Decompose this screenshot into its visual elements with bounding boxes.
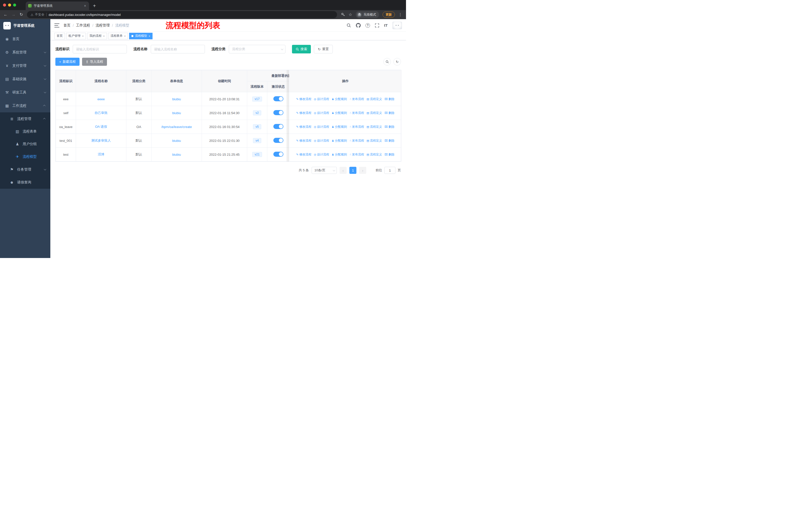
minimize-window-button[interactable] xyxy=(8,3,11,6)
publish-process-link[interactable]: ☝发布流程 xyxy=(349,111,364,115)
toggle-search-button[interactable] xyxy=(383,58,391,65)
edit-process-link[interactable]: ✎修改流程 xyxy=(296,153,311,157)
edit-process-link[interactable]: ✎修改流程 xyxy=(296,125,311,129)
process-name-link[interactable]: 滔博 xyxy=(98,153,105,156)
tag-my-process[interactable]: 我的流程 × xyxy=(87,33,107,39)
version-badge[interactable]: v5 xyxy=(253,124,261,129)
close-icon[interactable]: × xyxy=(148,34,150,37)
tag-process-form[interactable]: 流程表单 × xyxy=(108,33,128,39)
sidebar-item-task-management[interactable]: ⚑ 任务管理 xyxy=(0,163,50,176)
goto-page-input[interactable] xyxy=(384,167,396,174)
process-id-input[interactable] xyxy=(73,45,127,53)
tag-tenant-management[interactable]: 租户管理 × xyxy=(66,33,86,39)
active-toggle[interactable] xyxy=(273,110,283,115)
edit-process-link[interactable]: ✎修改流程 xyxy=(296,139,311,143)
tag-process-model[interactable]: 流程模型 × xyxy=(129,33,152,39)
sidebar-item-home[interactable]: ◉ 首页 xyxy=(0,32,50,46)
process-definition-link[interactable]: ▤流程定义 xyxy=(367,153,382,157)
breadcrumb-home[interactable]: 首页 xyxy=(63,23,70,28)
sidebar-item-infrastructure[interactable]: ▤ 基础设施 xyxy=(0,72,50,86)
publish-process-link[interactable]: ☝发布流程 xyxy=(349,97,364,101)
github-icon[interactable] xyxy=(356,23,361,28)
form-info-link[interactable]: biubiu xyxy=(172,153,181,157)
process-definition-link[interactable]: ▤流程定义 xyxy=(367,125,382,129)
page-size-select[interactable]: 10条/页 xyxy=(312,167,337,174)
import-process-button[interactable]: ↥ 导入流程 xyxy=(82,58,107,66)
next-page-button[interactable]: › xyxy=(359,167,366,174)
active-toggle[interactable] xyxy=(273,96,283,101)
design-process-link[interactable]: ◎设计流程 xyxy=(314,125,329,129)
design-process-link[interactable]: ◎设计流程 xyxy=(314,153,329,157)
close-icon[interactable]: × xyxy=(82,34,84,37)
sidebar-item-payment[interactable]: ¥ 支付管理 xyxy=(0,59,50,72)
delete-link[interactable]: ⌧删除 xyxy=(385,153,395,157)
process-name-link[interactable]: OA 请假 xyxy=(95,125,107,129)
delete-link[interactable]: ⌧删除 xyxy=(385,111,395,115)
close-icon[interactable]: × xyxy=(124,34,125,37)
process-name-link[interactable]: eeee xyxy=(97,97,105,101)
assign-rule-link[interactable]: ♟分配规则 xyxy=(332,125,347,129)
assign-rule-link[interactable]: ♟分配规则 xyxy=(332,153,347,157)
delete-link[interactable]: ⌧删除 xyxy=(385,125,395,129)
version-badge[interactable]: v2 xyxy=(253,110,261,115)
form-info-link[interactable]: biubiu xyxy=(172,97,181,101)
reset-button[interactable]: ↻ 重置 xyxy=(314,45,333,53)
process-category-select[interactable]: 流程分类 xyxy=(229,45,285,53)
assign-rule-link[interactable]: ♟分配规则 xyxy=(332,111,347,115)
update-button[interactable]: 更新 xyxy=(383,11,395,18)
user-avatar[interactable] xyxy=(393,22,402,29)
form-info-link[interactable]: biubiu xyxy=(172,139,181,143)
page-number-current[interactable]: 1 xyxy=(349,167,356,174)
refresh-table-button[interactable]: ↻ xyxy=(394,58,401,65)
fullscreen-icon[interactable] xyxy=(375,23,379,28)
breadcrumb-workflow[interactable]: 工作流程 xyxy=(76,23,90,28)
process-definition-link[interactable]: ▤流程定义 xyxy=(367,97,382,101)
key-icon[interactable] xyxy=(341,12,345,17)
search-button[interactable]: 搜索 xyxy=(292,45,311,53)
publish-process-link[interactable]: ☝发布流程 xyxy=(349,139,364,143)
close-window-button[interactable] xyxy=(3,3,6,6)
version-badge[interactable]: v17 xyxy=(252,97,262,102)
kebab-menu-icon[interactable]: ⋮ xyxy=(399,12,403,17)
font-size-icon[interactable]: tT xyxy=(384,23,388,27)
active-toggle[interactable] xyxy=(273,124,283,129)
close-tab-icon[interactable]: × xyxy=(84,4,87,8)
help-icon[interactable]: ? xyxy=(366,23,370,28)
edit-process-link[interactable]: ✎修改流程 xyxy=(296,111,311,115)
publish-process-link[interactable]: ☝发布流程 xyxy=(349,125,364,129)
breadcrumb-process-management[interactable]: 流程管理 xyxy=(96,23,110,28)
prev-page-button[interactable]: ‹ xyxy=(340,167,347,174)
process-definition-link[interactable]: ▤流程定义 xyxy=(367,139,382,143)
sidebar-item-user-group[interactable]: ♟ 用户分组 xyxy=(0,138,50,151)
process-name-link[interactable]: 测试多审批人 xyxy=(91,139,111,142)
process-definition-link[interactable]: ▤流程定义 xyxy=(367,111,382,115)
version-badge[interactable]: v4 xyxy=(253,138,261,143)
sidebar-item-process-form[interactable]: ▥ 流程表单 xyxy=(0,125,50,138)
close-icon[interactable]: × xyxy=(103,34,105,37)
design-process-link[interactable]: ◎设计流程 xyxy=(314,97,329,101)
address-bar[interactable]: ⚠ 不安全 dashboard.yudao.iocoder.cn/bpm/man… xyxy=(27,11,337,18)
publish-process-link[interactable]: ☝发布流程 xyxy=(349,153,364,157)
version-badge[interactable]: v21 xyxy=(252,152,262,157)
sidebar-item-leave-query[interactable]: ☻ 请假查询 xyxy=(0,176,50,189)
new-tab-button[interactable]: + xyxy=(91,2,98,9)
security-warning[interactable]: ⚠ 不安全 xyxy=(30,12,44,17)
form-info-link[interactable]: biubiu xyxy=(172,111,181,115)
zoom-window-button[interactable] xyxy=(13,3,16,6)
assign-rule-link[interactable]: ♟分配规则 xyxy=(332,97,347,101)
sidebar-item-devtools[interactable]: ⚒ 研发工具 xyxy=(0,86,50,99)
design-process-link[interactable]: ◎设计流程 xyxy=(314,139,329,143)
forward-icon[interactable]: → xyxy=(11,12,16,17)
delete-link[interactable]: ⌧删除 xyxy=(385,97,395,101)
sidebar-item-process-model[interactable]: ✈ 流程模型 xyxy=(0,151,50,163)
assign-rule-link[interactable]: ♟分配规则 xyxy=(332,139,347,143)
active-toggle[interactable] xyxy=(273,152,283,157)
back-icon[interactable]: ← xyxy=(3,12,7,17)
bookmark-star-icon[interactable]: ☆ xyxy=(349,12,352,17)
sidebar-item-system[interactable]: ⚙ 系统管理 xyxy=(0,46,50,59)
sidebar-item-workflow[interactable]: ▦ 工作流程 xyxy=(0,99,50,112)
form-info-link[interactable]: /bpm/oa/leave/create xyxy=(161,125,192,129)
reload-icon[interactable]: ↻ xyxy=(20,12,23,17)
search-icon[interactable] xyxy=(347,23,351,28)
create-process-button[interactable]: + 新建流程 xyxy=(55,58,80,66)
